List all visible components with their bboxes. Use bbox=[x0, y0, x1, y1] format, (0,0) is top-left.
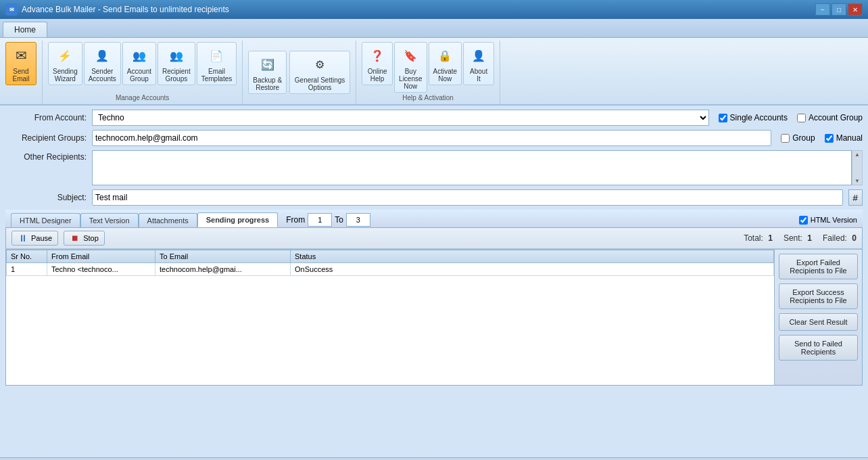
account-group-checkbox[interactable] bbox=[797, 114, 806, 122]
progress-toolbar: ⏸ Pause ⏹ Stop Total: 1 Sent: 1 Failed: … bbox=[6, 228, 862, 249]
tab-text-version-label: Text Version bbox=[89, 216, 130, 225]
account-group-group: Account Group bbox=[797, 113, 863, 122]
other-recipients-label: Other Recipients: bbox=[5, 150, 87, 162]
tab-sending-progress-label: Sending progress bbox=[206, 216, 270, 224]
pause-label: Pause bbox=[31, 234, 52, 242]
ribbon-section-send: ✉ SendEmail bbox=[0, 41, 43, 104]
minimize-button[interactable]: − bbox=[815, 3, 830, 16]
buy-license-icon: 🔖 bbox=[400, 45, 421, 66]
send-email-button[interactable]: ✉ SendEmail bbox=[5, 42, 37, 85]
subject-label: Subject: bbox=[5, 193, 87, 202]
recipient-groups-button[interactable]: 👥 RecipientGroups bbox=[158, 42, 195, 85]
account-group-label: Account Group bbox=[809, 113, 863, 122]
pause-button[interactable]: ⏸ Pause bbox=[11, 231, 58, 246]
tab-html-designer[interactable]: HTML Designer bbox=[11, 213, 80, 227]
group-label: Group bbox=[792, 133, 815, 143]
main-tab-bar: Home bbox=[0, 19, 868, 38]
failed-stat: Failed: 0 bbox=[823, 233, 857, 243]
online-help-button[interactable]: ❓ OnlineHelp bbox=[362, 42, 393, 85]
status-bar: After Sent Do Nothing Shutdown Hibernate… bbox=[0, 457, 868, 460]
from-value-input[interactable] bbox=[308, 213, 332, 227]
other-recipients-row: Other Recipients: ▲ ▼ bbox=[5, 150, 863, 185]
ribbon-section-help: ❓ OnlineHelp 🔖 BuyLicenseNow 🔒 ActivateN… bbox=[356, 41, 500, 104]
clear-sent-button[interactable]: Clear Sent Result bbox=[779, 313, 858, 331]
single-accounts-group: Single Accounts bbox=[719, 113, 788, 122]
tab-sending-progress[interactable]: Sending progress bbox=[197, 212, 279, 227]
from-account-label: From Account: bbox=[5, 113, 87, 122]
send-to-failed-button[interactable]: Send to FailedRecipients bbox=[779, 335, 858, 361]
tab-html-designer-label: HTML Designer bbox=[20, 216, 72, 225]
total-value: 1 bbox=[768, 233, 773, 243]
sent-value: 1 bbox=[807, 233, 812, 243]
to-value-input[interactable] bbox=[346, 213, 370, 227]
group-checkbox[interactable] bbox=[781, 134, 790, 143]
from-account-select[interactable]: Techno bbox=[92, 110, 709, 126]
col-status: Status bbox=[291, 250, 774, 263]
sending-wizard-label: SendingWizard bbox=[53, 68, 78, 83]
group-group: Group bbox=[781, 133, 815, 143]
about-label: AboutIt bbox=[470, 68, 487, 83]
ribbon-section-manage: ⚡ SendingWizard 👤 SenderAccounts 👥 Accou… bbox=[43, 41, 243, 104]
subject-hash-button[interactable]: # bbox=[848, 189, 863, 206]
maximize-button[interactable]: □ bbox=[831, 3, 846, 16]
export-success-button[interactable]: Export SuccessRecipients to File bbox=[779, 283, 858, 309]
failed-value: 0 bbox=[852, 233, 857, 243]
backup-restore-label: Backup &Restore bbox=[253, 76, 282, 91]
other-recipients-input[interactable] bbox=[92, 150, 852, 185]
tab-attachments-label: Attachments bbox=[147, 216, 189, 225]
sending-wizard-icon: ⚡ bbox=[54, 45, 76, 66]
content-wrapper: From Account: Techno Single Accounts Acc… bbox=[0, 106, 868, 457]
from-to-area: From To bbox=[286, 213, 370, 227]
ribbon-section-help-label: Help & Activation bbox=[402, 94, 454, 103]
table-with-side: Sr No. From Email To Email Status 1 Tech… bbox=[6, 249, 862, 385]
html-version-checkbox[interactable] bbox=[799, 216, 808, 225]
ribbon-section-manage-label: Manage Accounts bbox=[116, 94, 170, 103]
sender-accounts-button[interactable]: 👤 SenderAccounts bbox=[84, 42, 121, 85]
buy-license-button[interactable]: 🔖 BuyLicenseNow bbox=[394, 42, 427, 93]
settings-icon: ⚙ bbox=[309, 53, 331, 75]
subject-input[interactable] bbox=[92, 189, 843, 206]
from-label: From bbox=[286, 215, 305, 225]
export-failed-button[interactable]: Export FailedRecipients to File bbox=[779, 254, 858, 279]
home-tab[interactable]: Home bbox=[3, 22, 47, 37]
progress-area: ⏸ Pause ⏹ Stop Total: 1 Sent: 1 Failed: … bbox=[5, 227, 863, 386]
recipient-groups-label: RecipientGroups bbox=[162, 68, 191, 83]
sender-accounts-icon: 👤 bbox=[91, 45, 113, 66]
activate-now-button[interactable]: 🔒 ActivateNow bbox=[429, 42, 462, 85]
send-email-label: SendEmail bbox=[12, 68, 29, 83]
col-from-email: From Email bbox=[47, 250, 155, 263]
manual-checkbox[interactable] bbox=[825, 134, 834, 143]
recipient-groups-label: Recipient Groups: bbox=[5, 133, 87, 143]
col-to-email: To Email bbox=[155, 250, 291, 263]
cell-to-email: technocom.help@gmai... bbox=[155, 263, 291, 276]
side-buttons: Export FailedRecipients to File Export S… bbox=[774, 250, 862, 385]
cell-status: OnSuccess bbox=[291, 263, 774, 276]
activate-icon: 🔒 bbox=[434, 45, 456, 66]
recipient-groups-input[interactable] bbox=[92, 130, 771, 146]
table-container: Sr No. From Email To Email Status 1 Tech… bbox=[6, 250, 774, 385]
tab-attachments[interactable]: Attachments bbox=[139, 213, 197, 227]
from-account-row: From Account: Techno Single Accounts Acc… bbox=[5, 110, 863, 126]
content-tabs-bar: HTML Designer Text Version Attachments S… bbox=[5, 210, 863, 228]
single-accounts-checkbox[interactable] bbox=[719, 114, 727, 122]
online-help-icon: ❓ bbox=[366, 45, 388, 66]
title-bar-controls[interactable]: − □ ✕ bbox=[815, 3, 863, 16]
sending-wizard-button[interactable]: ⚡ SendingWizard bbox=[48, 42, 82, 85]
about-button[interactable]: 👤 AboutIt bbox=[463, 42, 494, 85]
close-button[interactable]: ✕ bbox=[848, 3, 863, 16]
app-icon: ✉ bbox=[5, 3, 18, 16]
html-version-area: HTML Version bbox=[799, 216, 857, 225]
activate-label: ActivateNow bbox=[433, 68, 458, 83]
manual-label: Manual bbox=[836, 133, 863, 143]
backup-restore-button[interactable]: 🔄 Backup &Restore bbox=[248, 51, 287, 94]
failed-label: Failed: bbox=[823, 233, 847, 243]
subject-row: Subject: # bbox=[5, 189, 863, 206]
email-templates-icon: 📄 bbox=[206, 45, 227, 66]
online-help-label: OnlineHelp bbox=[368, 68, 387, 83]
ribbon-section-backup: 🔄 Backup &Restore ⚙ General SettingsOpti… bbox=[243, 41, 356, 104]
general-settings-button[interactable]: ⚙ General SettingsOptions bbox=[289, 51, 350, 94]
stop-button[interactable]: ⏹ Stop bbox=[64, 231, 105, 246]
email-templates-button[interactable]: 📄 EmailTemplates bbox=[197, 42, 237, 85]
tab-text-version[interactable]: Text Version bbox=[80, 213, 139, 227]
account-group-button[interactable]: 👥 AccountGroup bbox=[122, 42, 156, 85]
